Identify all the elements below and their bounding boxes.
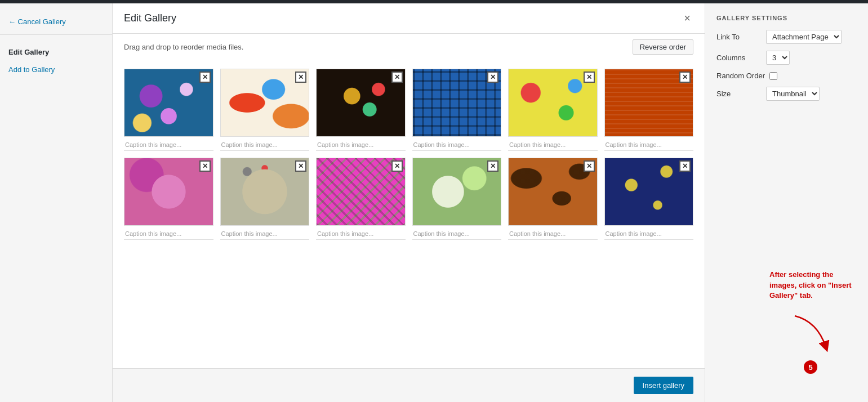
caption-input-2[interactable] xyxy=(220,139,310,151)
image-wrap-8: ✕ xyxy=(220,158,310,226)
modal-wrapper: ← Cancel Gallery Edit Gallery Add to Gal… xyxy=(0,3,868,402)
list-item: ✕ xyxy=(604,158,694,240)
sidebar-cancel-section: ← Cancel Gallery xyxy=(0,12,112,35)
list-item: ✕ xyxy=(316,69,406,151)
caption-input-9[interactable] xyxy=(316,228,406,240)
remove-image-5-button[interactable]: ✕ xyxy=(584,72,595,83)
sidebar-nav: Edit Gallery Add to Gallery xyxy=(0,41,112,81)
main-content: Edit Gallery × Drag and drop to reorder … xyxy=(113,3,705,402)
image-wrap-1: ✕ xyxy=(124,69,213,137)
caption-input-5[interactable] xyxy=(508,139,598,151)
image-wrap-2: ✕ xyxy=(220,69,310,137)
remove-image-8-button[interactable]: ✕ xyxy=(295,160,306,172)
settings-title: GALLERY SETTINGS xyxy=(716,15,857,21)
list-item: ✕ xyxy=(604,69,694,151)
drag-hint-text: Drag and drop to reorder media files. xyxy=(124,43,243,51)
caption-input-10[interactable] xyxy=(412,228,502,240)
image-wrap-12: ✕ xyxy=(604,158,694,226)
step-badge-5: 5 xyxy=(804,360,817,374)
image-wrap-7: ✕ xyxy=(124,158,213,226)
sidebar: ← Cancel Gallery Edit Gallery Add to Gal… xyxy=(0,3,113,402)
list-item: ✕ xyxy=(508,158,598,240)
caption-input-12[interactable] xyxy=(604,228,694,240)
annotation-arrow xyxy=(789,310,834,357)
caption-input-1[interactable] xyxy=(124,139,213,151)
remove-image-7-button[interactable]: ✕ xyxy=(199,160,211,172)
caption-input-3[interactable] xyxy=(316,139,406,151)
link-to-select[interactable]: Attachment Page Media File None Custom U… xyxy=(766,30,842,44)
insert-gallery-button[interactable]: Insert gallery xyxy=(634,377,693,394)
image-wrap-3: ✕ xyxy=(316,69,406,137)
sidebar-item-edit-gallery[interactable]: Edit Gallery xyxy=(0,43,112,61)
list-item: ✕ xyxy=(316,158,406,240)
annotation-text: After selecting the images, click on "In… xyxy=(769,270,860,301)
size-row: Size Thumbnail Medium Large Full Size xyxy=(716,87,857,101)
remove-image-9-button[interactable]: ✕ xyxy=(391,160,403,172)
image-wrap-5: ✕ xyxy=(508,69,598,137)
list-item: ✕ xyxy=(124,158,213,240)
close-button[interactable]: × xyxy=(681,12,693,25)
caption-input-7[interactable] xyxy=(124,228,213,240)
remove-image-12-button[interactable]: ✕ xyxy=(679,160,691,172)
caption-input-4[interactable] xyxy=(412,139,502,151)
list-item: ✕ xyxy=(412,69,502,151)
modal-header: Edit Gallery × xyxy=(113,3,705,34)
image-wrap-11: ✕ xyxy=(508,158,598,226)
link-to-label: Link To xyxy=(716,33,762,41)
image-wrap-6: ✕ xyxy=(604,69,694,137)
image-wrap-4: ✕ xyxy=(412,69,502,137)
remove-image-4-button[interactable]: ✕ xyxy=(487,72,498,83)
link-to-row: Link To Attachment Page Media File None … xyxy=(716,30,857,44)
remove-image-10-button[interactable]: ✕ xyxy=(487,160,498,172)
remove-image-2-button[interactable]: ✕ xyxy=(295,72,306,83)
list-item: ✕ xyxy=(412,158,502,240)
caption-input-11[interactable] xyxy=(508,228,598,240)
size-label: Size xyxy=(716,90,762,98)
cancel-gallery-link[interactable]: ← Cancel Gallery xyxy=(8,17,104,26)
toolbar: Drag and drop to reorder media files. Re… xyxy=(113,34,705,60)
caption-input-6[interactable] xyxy=(604,139,694,151)
remove-image-1-button[interactable]: ✕ xyxy=(199,72,211,83)
gallery-area: ✕ ✕ ✕ xyxy=(113,60,705,368)
reverse-order-button[interactable]: Reverse order xyxy=(633,39,693,55)
image-wrap-10: ✕ xyxy=(412,158,502,226)
list-item: ✕ xyxy=(124,69,213,151)
random-order-checkbox[interactable] xyxy=(769,72,777,80)
list-item: ✕ xyxy=(220,158,310,240)
random-order-row: Random Order xyxy=(716,72,857,80)
image-wrap-9: ✕ xyxy=(316,158,406,226)
sidebar-item-add-to-gallery[interactable]: Add to Gallery xyxy=(0,61,112,78)
random-order-label: Random Order xyxy=(716,72,765,80)
settings-panel: GALLERY SETTINGS Link To Attachment Page… xyxy=(705,3,868,402)
page-title: Edit Gallery xyxy=(124,12,176,24)
size-select[interactable]: Thumbnail Medium Large Full Size xyxy=(766,87,820,101)
columns-label: Columns xyxy=(716,53,762,62)
app-container: ← Cancel Gallery Edit Gallery Add to Gal… xyxy=(0,0,868,402)
list-item: ✕ xyxy=(508,69,598,151)
columns-select[interactable]: 1 2 3 4 5 6 7 8 9 xyxy=(766,51,790,65)
columns-row: Columns 1 2 3 4 5 6 7 8 9 xyxy=(716,51,857,65)
remove-image-11-button[interactable]: ✕ xyxy=(584,160,595,172)
list-item: ✕ xyxy=(220,69,310,151)
remove-image-6-button[interactable]: ✕ xyxy=(679,72,691,83)
gallery-grid: ✕ ✕ ✕ xyxy=(124,69,693,240)
caption-input-8[interactable] xyxy=(220,228,310,240)
remove-image-3-button[interactable]: ✕ xyxy=(391,72,403,83)
bottom-bar: Insert gallery xyxy=(113,368,705,402)
